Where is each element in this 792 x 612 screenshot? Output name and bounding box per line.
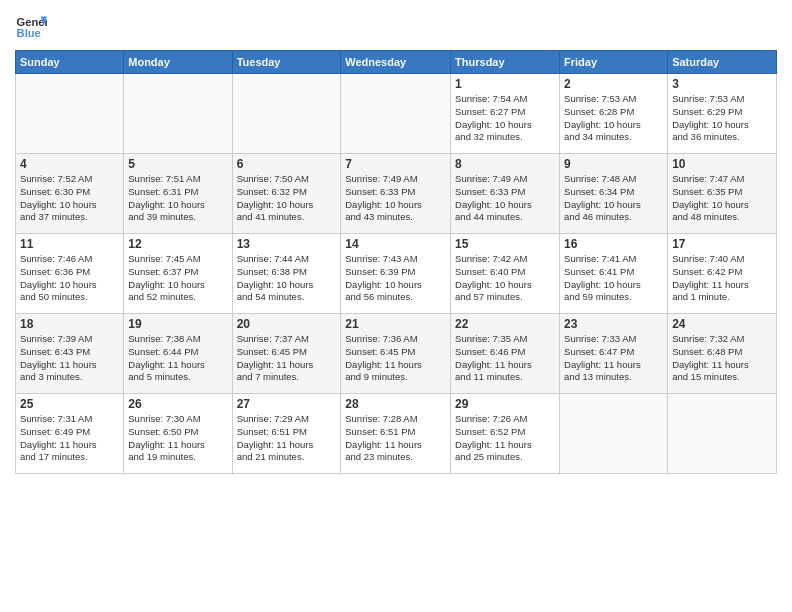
calendar-table: SundayMondayTuesdayWednesdayThursdayFrid… — [15, 50, 777, 474]
calendar-cell: 15Sunrise: 7:42 AM Sunset: 6:40 PM Dayli… — [451, 234, 560, 314]
calendar-cell: 28Sunrise: 7:28 AM Sunset: 6:51 PM Dayli… — [341, 394, 451, 474]
day-info: Sunrise: 7:28 AM Sunset: 6:51 PM Dayligh… — [345, 413, 446, 464]
day-number: 10 — [672, 157, 772, 171]
calendar-cell: 11Sunrise: 7:46 AM Sunset: 6:36 PM Dayli… — [16, 234, 124, 314]
calendar-cell: 21Sunrise: 7:36 AM Sunset: 6:45 PM Dayli… — [341, 314, 451, 394]
day-info: Sunrise: 7:50 AM Sunset: 6:32 PM Dayligh… — [237, 173, 337, 224]
day-number: 13 — [237, 237, 337, 251]
day-header-tuesday: Tuesday — [232, 51, 341, 74]
calendar-cell: 13Sunrise: 7:44 AM Sunset: 6:38 PM Dayli… — [232, 234, 341, 314]
calendar-cell: 9Sunrise: 7:48 AM Sunset: 6:34 PM Daylig… — [560, 154, 668, 234]
day-number: 27 — [237, 397, 337, 411]
day-number: 15 — [455, 237, 555, 251]
logo-icon: General Blue — [15, 10, 47, 42]
day-number: 7 — [345, 157, 446, 171]
day-info: Sunrise: 7:38 AM Sunset: 6:44 PM Dayligh… — [128, 333, 227, 384]
day-info: Sunrise: 7:35 AM Sunset: 6:46 PM Dayligh… — [455, 333, 555, 384]
day-number: 23 — [564, 317, 663, 331]
day-info: Sunrise: 7:36 AM Sunset: 6:45 PM Dayligh… — [345, 333, 446, 384]
day-info: Sunrise: 7:32 AM Sunset: 6:48 PM Dayligh… — [672, 333, 772, 384]
day-info: Sunrise: 7:33 AM Sunset: 6:47 PM Dayligh… — [564, 333, 663, 384]
calendar-cell: 5Sunrise: 7:51 AM Sunset: 6:31 PM Daylig… — [124, 154, 232, 234]
day-info: Sunrise: 7:42 AM Sunset: 6:40 PM Dayligh… — [455, 253, 555, 304]
calendar-cell: 17Sunrise: 7:40 AM Sunset: 6:42 PM Dayli… — [668, 234, 777, 314]
day-header-saturday: Saturday — [668, 51, 777, 74]
day-number: 8 — [455, 157, 555, 171]
calendar-cell — [668, 394, 777, 474]
day-number: 17 — [672, 237, 772, 251]
day-info: Sunrise: 7:46 AM Sunset: 6:36 PM Dayligh… — [20, 253, 119, 304]
page-header: General Blue — [15, 10, 777, 42]
day-number: 5 — [128, 157, 227, 171]
calendar-cell: 19Sunrise: 7:38 AM Sunset: 6:44 PM Dayli… — [124, 314, 232, 394]
day-info: Sunrise: 7:37 AM Sunset: 6:45 PM Dayligh… — [237, 333, 337, 384]
week-row-1: 1Sunrise: 7:54 AM Sunset: 6:27 PM Daylig… — [16, 74, 777, 154]
day-info: Sunrise: 7:41 AM Sunset: 6:41 PM Dayligh… — [564, 253, 663, 304]
day-number: 6 — [237, 157, 337, 171]
day-number: 11 — [20, 237, 119, 251]
calendar-cell: 24Sunrise: 7:32 AM Sunset: 6:48 PM Dayli… — [668, 314, 777, 394]
day-number: 22 — [455, 317, 555, 331]
calendar-cell: 1Sunrise: 7:54 AM Sunset: 6:27 PM Daylig… — [451, 74, 560, 154]
day-number: 12 — [128, 237, 227, 251]
day-info: Sunrise: 7:53 AM Sunset: 6:29 PM Dayligh… — [672, 93, 772, 144]
day-number: 29 — [455, 397, 555, 411]
calendar-cell: 18Sunrise: 7:39 AM Sunset: 6:43 PM Dayli… — [16, 314, 124, 394]
day-header-wednesday: Wednesday — [341, 51, 451, 74]
week-row-4: 18Sunrise: 7:39 AM Sunset: 6:43 PM Dayli… — [16, 314, 777, 394]
calendar-cell: 27Sunrise: 7:29 AM Sunset: 6:51 PM Dayli… — [232, 394, 341, 474]
day-number: 1 — [455, 77, 555, 91]
day-number: 25 — [20, 397, 119, 411]
day-info: Sunrise: 7:39 AM Sunset: 6:43 PM Dayligh… — [20, 333, 119, 384]
day-info: Sunrise: 7:45 AM Sunset: 6:37 PM Dayligh… — [128, 253, 227, 304]
calendar-body: 1Sunrise: 7:54 AM Sunset: 6:27 PM Daylig… — [16, 74, 777, 474]
svg-text:Blue: Blue — [17, 27, 41, 39]
calendar-cell: 14Sunrise: 7:43 AM Sunset: 6:39 PM Dayli… — [341, 234, 451, 314]
page-container: General Blue SundayMondayTuesdayWednesda… — [0, 0, 792, 484]
day-info: Sunrise: 7:47 AM Sunset: 6:35 PM Dayligh… — [672, 173, 772, 224]
day-number: 4 — [20, 157, 119, 171]
day-header-sunday: Sunday — [16, 51, 124, 74]
week-row-3: 11Sunrise: 7:46 AM Sunset: 6:36 PM Dayli… — [16, 234, 777, 314]
calendar-cell: 16Sunrise: 7:41 AM Sunset: 6:41 PM Dayli… — [560, 234, 668, 314]
calendar-cell: 23Sunrise: 7:33 AM Sunset: 6:47 PM Dayli… — [560, 314, 668, 394]
calendar-cell: 8Sunrise: 7:49 AM Sunset: 6:33 PM Daylig… — [451, 154, 560, 234]
calendar-cell — [16, 74, 124, 154]
day-number: 2 — [564, 77, 663, 91]
day-number: 16 — [564, 237, 663, 251]
day-number: 28 — [345, 397, 446, 411]
calendar-cell — [341, 74, 451, 154]
calendar-cell: 12Sunrise: 7:45 AM Sunset: 6:37 PM Dayli… — [124, 234, 232, 314]
calendar-cell: 6Sunrise: 7:50 AM Sunset: 6:32 PM Daylig… — [232, 154, 341, 234]
day-header-friday: Friday — [560, 51, 668, 74]
day-info: Sunrise: 7:31 AM Sunset: 6:49 PM Dayligh… — [20, 413, 119, 464]
day-number: 26 — [128, 397, 227, 411]
day-info: Sunrise: 7:51 AM Sunset: 6:31 PM Dayligh… — [128, 173, 227, 224]
day-number: 3 — [672, 77, 772, 91]
calendar-cell: 20Sunrise: 7:37 AM Sunset: 6:45 PM Dayli… — [232, 314, 341, 394]
calendar-cell — [560, 394, 668, 474]
day-info: Sunrise: 7:48 AM Sunset: 6:34 PM Dayligh… — [564, 173, 663, 224]
calendar-cell: 26Sunrise: 7:30 AM Sunset: 6:50 PM Dayli… — [124, 394, 232, 474]
calendar-cell: 10Sunrise: 7:47 AM Sunset: 6:35 PM Dayli… — [668, 154, 777, 234]
day-info: Sunrise: 7:43 AM Sunset: 6:39 PM Dayligh… — [345, 253, 446, 304]
day-header-thursday: Thursday — [451, 51, 560, 74]
day-info: Sunrise: 7:54 AM Sunset: 6:27 PM Dayligh… — [455, 93, 555, 144]
day-info: Sunrise: 7:49 AM Sunset: 6:33 PM Dayligh… — [345, 173, 446, 224]
day-number: 14 — [345, 237, 446, 251]
day-info: Sunrise: 7:26 AM Sunset: 6:52 PM Dayligh… — [455, 413, 555, 464]
day-number: 24 — [672, 317, 772, 331]
calendar-cell: 7Sunrise: 7:49 AM Sunset: 6:33 PM Daylig… — [341, 154, 451, 234]
day-number: 20 — [237, 317, 337, 331]
day-number: 18 — [20, 317, 119, 331]
week-row-2: 4Sunrise: 7:52 AM Sunset: 6:30 PM Daylig… — [16, 154, 777, 234]
calendar-header: SundayMondayTuesdayWednesdayThursdayFrid… — [16, 51, 777, 74]
calendar-cell — [124, 74, 232, 154]
logo: General Blue — [15, 10, 51, 42]
calendar-cell: 3Sunrise: 7:53 AM Sunset: 6:29 PM Daylig… — [668, 74, 777, 154]
week-row-5: 25Sunrise: 7:31 AM Sunset: 6:49 PM Dayli… — [16, 394, 777, 474]
day-info: Sunrise: 7:52 AM Sunset: 6:30 PM Dayligh… — [20, 173, 119, 224]
day-info: Sunrise: 7:30 AM Sunset: 6:50 PM Dayligh… — [128, 413, 227, 464]
day-info: Sunrise: 7:29 AM Sunset: 6:51 PM Dayligh… — [237, 413, 337, 464]
day-info: Sunrise: 7:49 AM Sunset: 6:33 PM Dayligh… — [455, 173, 555, 224]
